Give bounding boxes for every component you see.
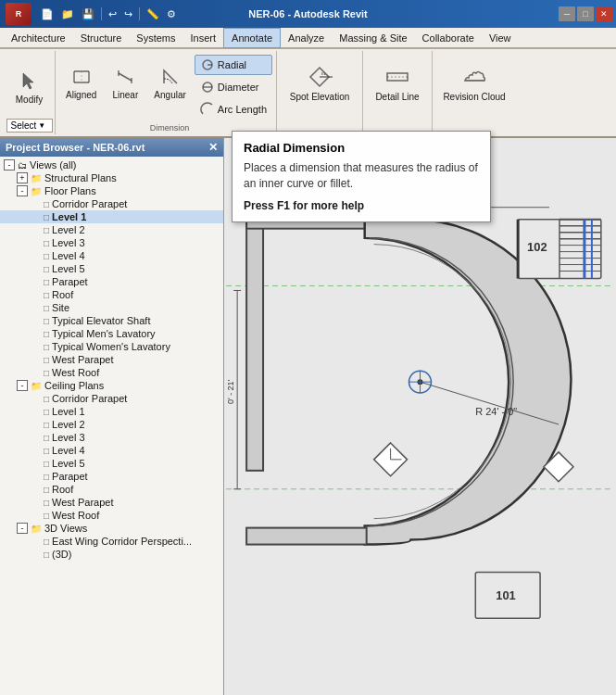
view-icon: □ xyxy=(44,238,49,248)
tree-item[interactable]: □West Parapet xyxy=(0,496,223,509)
spot-elevation-button[interactable]: EL Spot Elevation xyxy=(281,53,358,112)
view-icon: □ xyxy=(44,329,49,339)
menu-insert[interactable]: Insert xyxy=(183,28,224,48)
view-icon: □ xyxy=(44,498,49,508)
tree-item[interactable]: □Level 5 xyxy=(0,262,223,275)
tree-item-label: East Wing Corridor Perspecti... xyxy=(52,536,192,547)
arc-length-button[interactable]: Arc Length xyxy=(195,99,272,120)
tree-item[interactable]: □Roof xyxy=(0,483,223,496)
view-icon: □ xyxy=(44,342,49,352)
diameter-button[interactable]: Diameter xyxy=(195,77,272,97)
tree-toggle[interactable]: - xyxy=(17,185,28,196)
view-icon: □ xyxy=(44,459,49,469)
tree-item-label: West Parapet xyxy=(52,354,113,365)
svg-line-5 xyxy=(119,73,132,81)
tree-item-label: Level 3 xyxy=(52,432,84,443)
menu-collaborate[interactable]: Collaborate xyxy=(415,28,482,48)
qa-settings[interactable]: ⚙ xyxy=(163,6,180,22)
tree-item[interactable]: □(3D) xyxy=(0,548,223,561)
tree-item[interactable]: □Level 4 xyxy=(0,444,223,457)
tree-item[interactable]: -📁Floor Plans xyxy=(0,184,223,197)
tree-item[interactable]: □Level 4 xyxy=(0,249,223,262)
angular-icon xyxy=(159,66,182,88)
radial-button[interactable]: Radial xyxy=(195,55,272,75)
view-icon: □ xyxy=(44,264,49,274)
tree-item-label: Level 1 xyxy=(52,211,86,222)
tree-item[interactable]: □Roof xyxy=(0,288,223,301)
tree-toggle[interactable]: - xyxy=(17,523,28,534)
tree-item[interactable]: □Parapet xyxy=(0,470,223,483)
menu-systems[interactable]: Systems xyxy=(129,28,182,48)
browser-header: Project Browser - NER-06.rvt ✕ xyxy=(0,138,223,157)
tree-item[interactable]: □Typical Elevator Shaft xyxy=(0,314,223,327)
tree-item[interactable]: □Typical Women's Lavatory xyxy=(0,340,223,353)
view-icon: □ xyxy=(44,355,49,365)
tree-toggle[interactable]: + xyxy=(17,172,28,183)
tree-item[interactable]: □Level 3 xyxy=(0,236,223,249)
tree-item-label: West Roof xyxy=(52,510,99,521)
menu-structure[interactable]: Structure xyxy=(73,28,130,48)
revision-cloud-button[interactable]: Revision Cloud xyxy=(436,53,511,112)
view-icon: □ xyxy=(44,407,49,417)
tree-item-label: Level 3 xyxy=(52,237,84,248)
app-button[interactable]: R xyxy=(6,3,31,25)
folder-icon: 📁 xyxy=(31,186,42,196)
minimize-button[interactable]: ─ xyxy=(559,6,575,21)
qa-save[interactable]: 💾 xyxy=(78,6,98,22)
detail-line-button[interactable]: Detail Line xyxy=(369,53,425,112)
menu-massing[interactable]: Massing & Site xyxy=(332,28,414,48)
select-dropdown[interactable]: Select ▼ xyxy=(6,119,53,133)
tree-item[interactable]: □West Parapet xyxy=(0,353,223,366)
tree-item[interactable]: □Site xyxy=(0,301,223,314)
tree-item[interactable]: □Level 1 xyxy=(0,210,223,223)
tree-item[interactable]: □Level 2 xyxy=(0,223,223,236)
qa-open[interactable]: 📁 xyxy=(57,6,78,22)
tree-toggle[interactable]: - xyxy=(17,380,28,391)
modify-button[interactable]: Modify xyxy=(9,57,50,117)
tree-item[interactable]: □Corridor Parapet xyxy=(0,392,223,405)
tree-item[interactable]: □Level 1 xyxy=(0,405,223,418)
svg-text:EL: EL xyxy=(321,71,327,76)
tree-item-label: (3D) xyxy=(52,549,71,560)
tree-item[interactable]: □Typical Men's Lavatory xyxy=(0,327,223,340)
close-button[interactable]: ✕ xyxy=(596,6,612,21)
tree-item[interactable]: □West Roof xyxy=(0,509,223,522)
tree-item[interactable]: □Parapet xyxy=(0,275,223,288)
aligned-button[interactable]: Aligned xyxy=(59,53,103,112)
revision-cloud-icon xyxy=(461,64,487,90)
menu-view[interactable]: View xyxy=(482,28,519,48)
tooltip-title: Radial Dimension xyxy=(244,141,479,155)
tree-item[interactable]: -🗂Views (all) xyxy=(0,158,223,171)
qa-undo[interactable]: ↩ xyxy=(105,6,120,22)
ribbon-group-spot: EL Spot Elevation xyxy=(277,51,363,134)
tree-toggle[interactable]: - xyxy=(4,159,15,171)
tree-item[interactable]: -📁Ceiling Plans xyxy=(0,379,223,392)
ribbon: Modify Select ▼ Al xyxy=(0,48,616,138)
menu-analyze[interactable]: Analyze xyxy=(281,28,332,48)
linear-button[interactable]: Linear xyxy=(105,53,145,112)
tree-item[interactable]: +📁Structural Plans xyxy=(0,171,223,184)
angular-button[interactable]: Angular xyxy=(147,53,192,112)
qa-redo[interactable]: ↪ xyxy=(120,6,136,22)
svg-text:101: 101 xyxy=(496,588,516,602)
tree-item[interactable]: □East Wing Corridor Perspecti... xyxy=(0,535,223,548)
tree-item[interactable]: □Corridor Parapet xyxy=(0,197,223,210)
tree-item[interactable]: -📁3D Views xyxy=(0,522,223,535)
tree-item[interactable]: □Level 3 xyxy=(0,431,223,444)
menu-annotate[interactable]: Annotate xyxy=(223,28,281,48)
svg-rect-15 xyxy=(387,73,408,81)
qa-measure[interactable]: 📏 xyxy=(143,6,163,22)
tree-item[interactable]: □Level 5 xyxy=(0,457,223,470)
browser-close-button[interactable]: ✕ xyxy=(208,141,218,154)
maximize-button[interactable]: □ xyxy=(577,6,594,21)
menu-architecture[interactable]: Architecture xyxy=(4,28,73,48)
qa-new[interactable]: 📄 xyxy=(37,6,57,22)
browser-tree[interactable]: -🗂Views (all)+📁Structural Plans-📁Floor P… xyxy=(0,157,223,695)
tree-item[interactable]: □West Roof xyxy=(0,366,223,379)
tree-item-label: Corridor Parapet xyxy=(52,393,127,404)
svg-text:102: 102 xyxy=(527,240,547,254)
view-icon: □ xyxy=(44,394,49,404)
tree-item[interactable]: □Level 2 xyxy=(0,418,223,431)
tree-item-label: Floor Plans xyxy=(44,185,96,196)
tree-item-label: Level 2 xyxy=(52,419,84,430)
